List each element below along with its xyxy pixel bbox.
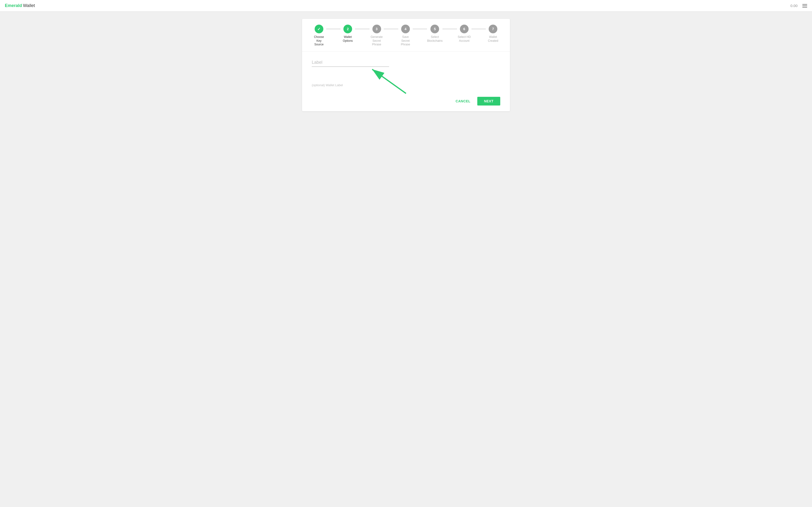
connector-2-3	[355, 29, 369, 29]
menu-line-2	[802, 6, 807, 6]
input-hint: (optional) Wallet Label	[312, 83, 343, 87]
step-6-number: 6	[463, 27, 465, 31]
connector-3-4	[384, 29, 398, 29]
wizard-card: ✓ Choose Key Source 2 Wallet Options 3 G…	[302, 19, 510, 111]
logo: Emerald Wallet	[5, 3, 35, 8]
main-content: ✓ Choose Key Source 2 Wallet Options 3 G…	[0, 12, 812, 119]
step-4-label: Save Secret Phrase	[398, 35, 413, 47]
step-7-number: 7	[492, 27, 494, 31]
next-button[interactable]: NEXT	[477, 97, 500, 106]
connector-5-6	[443, 29, 457, 29]
connector-6-7	[471, 29, 486, 29]
step-3: 3 Generate Secret Phrase	[369, 24, 384, 47]
step-7-circle: 7	[489, 24, 497, 33]
step-3-number: 3	[376, 27, 378, 31]
step-4-circle: 4	[401, 24, 410, 33]
annotation-area: (optional) Wallet Label	[312, 67, 500, 86]
step-3-circle: 3	[372, 24, 381, 33]
step-1-circle: ✓	[315, 24, 323, 33]
action-buttons: CANCEL NEXT	[302, 93, 510, 111]
step-5: 5 Select Blockchains	[427, 24, 443, 43]
stepper: ✓ Choose Key Source 2 Wallet Options 3 G…	[302, 19, 510, 52]
menu-line-3	[802, 7, 807, 7]
step-3-label: Generate Secret Phrase	[369, 35, 384, 47]
step-1-label: Choose Key Source	[312, 35, 326, 47]
step-7: 7 Wallet Created	[486, 24, 500, 43]
header-right: 0.00	[791, 4, 807, 8]
step-5-circle: 5	[430, 24, 439, 33]
step-6-label: Select HD Account	[457, 35, 471, 43]
step-5-label: Select Blockchains	[427, 35, 443, 43]
logo-emerald: Emerald	[5, 3, 22, 8]
step-4: 4 Save Secret Phrase	[398, 24, 413, 47]
logo-wallet: Wallet	[23, 3, 35, 8]
app-header: Emerald Wallet 0.00	[0, 0, 812, 12]
menu-line-1	[802, 4, 807, 5]
balance-display: 0.00	[791, 4, 798, 8]
step-2: 2 Wallet Options	[341, 24, 355, 43]
menu-button[interactable]	[802, 4, 807, 7]
step-7-label: Wallet Created	[486, 35, 500, 43]
step-6: 6 Select HD Account	[457, 24, 471, 43]
svg-line-1	[372, 69, 406, 94]
connector-1-2	[326, 29, 341, 29]
step-2-label: Wallet Options	[341, 35, 355, 43]
wallet-label-input[interactable]	[312, 58, 389, 67]
form-area: (optional) Wallet Label	[302, 52, 510, 93]
connector-4-5	[413, 29, 427, 29]
step-6-circle: 6	[460, 24, 469, 33]
step-2-circle: 2	[343, 24, 352, 33]
step-2-number: 2	[347, 27, 349, 31]
step-1: ✓ Choose Key Source	[312, 24, 326, 47]
check-icon: ✓	[317, 27, 320, 32]
cancel-button[interactable]: CANCEL	[452, 97, 474, 105]
step-4-number: 4	[405, 27, 406, 31]
step-5-number: 5	[434, 27, 436, 31]
